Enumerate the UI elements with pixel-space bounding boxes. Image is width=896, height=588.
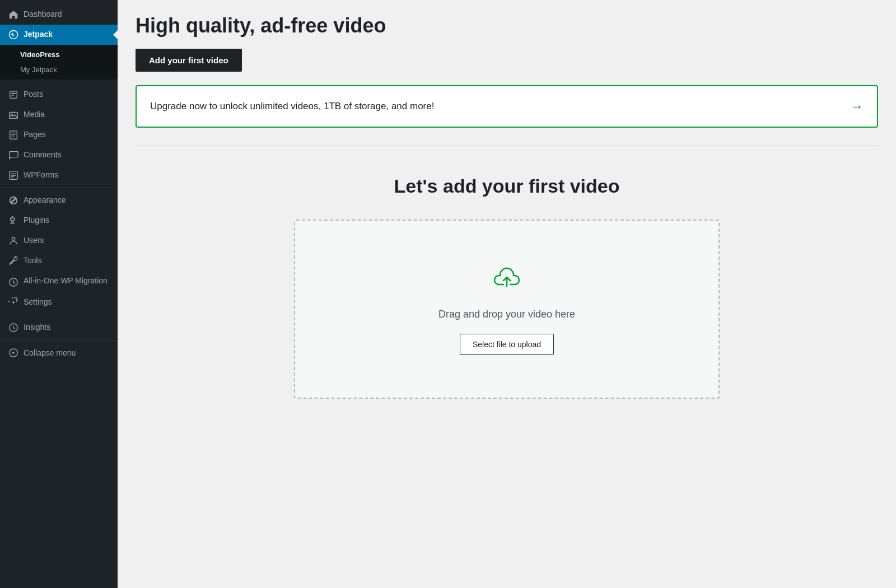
submenu-videopress[interactable]: VideoPress bbox=[0, 47, 118, 62]
cloud-upload-icon bbox=[491, 264, 522, 295]
sidebar-item-jetpack[interactable]: Jetpack bbox=[0, 25, 118, 45]
sidebar-item-plugins[interactable]: Plugins bbox=[0, 211, 118, 231]
dashboard-label: Dashboard bbox=[24, 9, 62, 20]
sidebar-item-settings[interactable]: Settings bbox=[0, 292, 118, 312]
pages-label: Pages bbox=[24, 129, 46, 141]
upload-section: Let's add your first video Drag and drop… bbox=[136, 164, 878, 410]
settings-label: Settings bbox=[24, 297, 52, 308]
collapse-icon bbox=[8, 347, 19, 358]
upgrade-text: Upgrade now to unlock unlimited videos, … bbox=[150, 101, 434, 112]
users-label: Users bbox=[24, 235, 44, 246]
all-in-one-label: All-in-One WP Migration bbox=[24, 276, 108, 287]
insights-label: Insights bbox=[24, 322, 50, 333]
sidebar-item-all-in-one[interactable]: All-in-One WP Migration bbox=[0, 271, 118, 292]
users-icon bbox=[8, 235, 19, 246]
add-first-video-button[interactable]: Add your first video bbox=[136, 49, 242, 72]
svg-rect-3 bbox=[10, 131, 17, 139]
plugins-label: Plugins bbox=[24, 215, 49, 226]
plugins-icon bbox=[8, 215, 19, 226]
upload-dropzone[interactable]: Drag and drop your video here Select fil… bbox=[294, 220, 720, 399]
sidebar-item-posts[interactable]: Posts bbox=[0, 85, 118, 105]
settings-icon bbox=[8, 297, 19, 308]
wpforms-icon bbox=[8, 170, 19, 181]
pages-icon bbox=[8, 129, 19, 141]
comments-label: Comments bbox=[24, 150, 62, 161]
media-icon bbox=[8, 109, 19, 120]
upload-heading: Let's add your first video bbox=[394, 175, 620, 197]
appearance-icon bbox=[8, 195, 19, 206]
all-in-one-icon bbox=[8, 277, 19, 288]
page-title: High quality, ad-free video bbox=[136, 13, 878, 38]
collapse-label: Collapse menu bbox=[24, 348, 76, 357]
select-file-button[interactable]: Select file to upload bbox=[460, 334, 554, 355]
tools-icon bbox=[8, 255, 19, 267]
sidebar-item-comments[interactable]: Comments bbox=[0, 145, 118, 165]
posts-icon bbox=[8, 89, 19, 100]
submenu-my-jetpack[interactable]: My Jetpack bbox=[0, 62, 118, 77]
upgrade-banner[interactable]: Upgrade now to unlock unlimited videos, … bbox=[136, 85, 878, 128]
sidebar: Dashboard Jetpack VideoPress My Jetpack … bbox=[0, 0, 118, 588]
posts-label: Posts bbox=[24, 89, 43, 100]
sidebar-item-tools[interactable]: Tools bbox=[0, 251, 118, 271]
comments-icon bbox=[8, 150, 19, 161]
section-divider bbox=[136, 146, 878, 146]
media-label: Media bbox=[24, 109, 45, 120]
svg-point-5 bbox=[12, 237, 15, 240]
sidebar-item-wpforms[interactable]: WPForms bbox=[0, 165, 118, 185]
sidebar-item-media[interactable]: Media bbox=[0, 105, 118, 125]
sidebar-item-users[interactable]: Users bbox=[0, 231, 118, 251]
sidebar-item-insights[interactable]: Insights bbox=[0, 318, 118, 338]
main-content: High quality, ad-free video Add your fir… bbox=[118, 0, 896, 588]
jetpack-label: Jetpack bbox=[24, 29, 53, 40]
tools-label: Tools bbox=[24, 255, 42, 267]
appearance-label: Appearance bbox=[24, 195, 66, 206]
sidebar-item-pages[interactable]: Pages bbox=[0, 125, 118, 145]
collapse-menu-item[interactable]: Collapse menu bbox=[0, 343, 118, 363]
page-header: High quality, ad-free video Add your fir… bbox=[136, 13, 878, 128]
wpforms-label: WPForms bbox=[24, 170, 58, 181]
dashboard-icon bbox=[8, 9, 19, 20]
sidebar-item-appearance[interactable]: Appearance bbox=[0, 190, 118, 211]
jetpack-icon bbox=[8, 29, 19, 40]
drag-drop-text: Drag and drop your video here bbox=[438, 309, 575, 320]
jetpack-submenu: VideoPress My Jetpack bbox=[0, 45, 118, 80]
sidebar-item-dashboard[interactable]: Dashboard bbox=[0, 4, 118, 25]
upgrade-arrow-icon: → bbox=[850, 99, 864, 114]
insights-icon bbox=[8, 322, 19, 333]
